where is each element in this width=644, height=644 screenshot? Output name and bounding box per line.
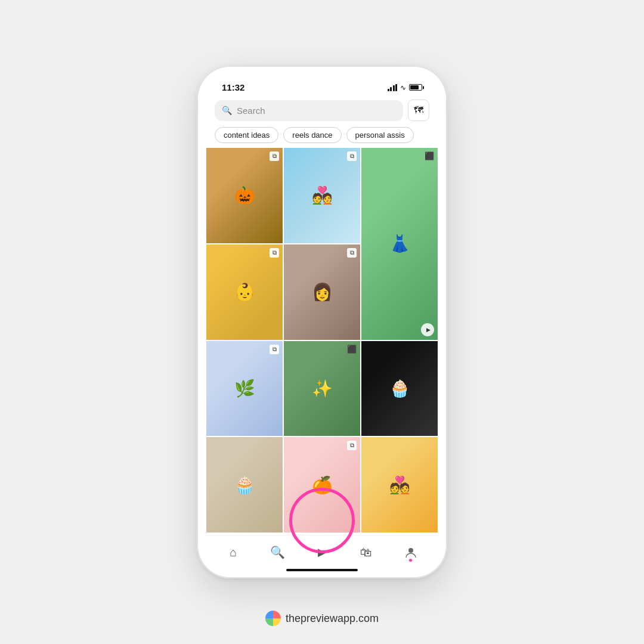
search-container: 🔍 Search 🗺 [205,96,439,125]
search-placeholder: Search [237,106,265,116]
reel-icon: ⬛ [347,345,357,354]
grid-item-8[interactable]: 🧁 [361,341,438,436]
chip-reels-dance[interactable]: reels dance [283,127,341,143]
branding: thepreviewapp.com [265,611,379,626]
wifi-icon: ∿ [400,83,406,92]
grid-item-1[interactable]: 🎃 [206,148,283,243]
profile-dot [409,559,412,562]
grid-item-2[interactable]: 💑 [284,148,360,243]
photo-grid: 🎃 💑 👗 ⬛ 👶 � [205,148,439,535]
profile-icon [404,546,417,559]
multi-icon [270,248,279,258]
play-button[interactable] [421,323,434,336]
nav-shop[interactable]: 🛍 [353,541,379,563]
nav-profile[interactable] [398,541,424,563]
grid-item-4[interactable]: 👶 [206,244,283,340]
status-time: 11:32 [222,82,244,92]
grid-item-3[interactable]: 👗 ⬛ [361,148,438,340]
multi-icon [347,441,357,450]
multi-icon [347,248,357,258]
multi-icon [270,345,279,354]
multi-icon [347,151,357,161]
status-bar: 11:32 ∿ [205,75,439,96]
home-indicator [286,569,358,571]
reel-icon: ⬛ [425,151,434,160]
svg-point-0 [408,548,413,553]
grid-item-11[interactable]: 💑 [361,437,438,532]
status-icons: ∿ [388,83,423,92]
battery-icon [409,84,422,91]
grid-item-6[interactable]: 🌿 [206,341,283,436]
signal-icon [388,84,398,91]
multi-icon [270,151,279,161]
grid-item-9[interactable]: 🧁 [206,437,283,532]
grid-item-5[interactable]: 👩 [284,244,360,340]
nav-home[interactable]: ⌂ [220,541,246,563]
search-bar[interactable]: 🔍 Search [215,100,403,121]
nav-reels[interactable]: ▶ [309,541,335,563]
brand-logo [265,611,281,626]
search-icon: 🔍 [222,106,232,115]
grid-item-7[interactable]: ✨ ⬛ [284,341,360,436]
brand-url: thepreviewapp.com [286,612,379,625]
map-icon[interactable]: 🗺 [408,100,429,121]
chips-row: content ideas reels dance personal assis [205,125,439,148]
grid-item-10[interactable]: 🍊 [284,437,360,532]
chip-content-ideas[interactable]: content ideas [215,127,278,143]
phone-screen: 11:32 ∿ 🔍 S [205,75,439,571]
bottom-nav: ⌂ 🔍 ▶ 🛍 [205,535,439,566]
chip-personal-assist[interactable]: personal assis [346,127,414,143]
phone-mockup: 11:32 ∿ 🔍 S [197,66,447,578]
nav-search[interactable]: 🔍 [265,541,291,563]
